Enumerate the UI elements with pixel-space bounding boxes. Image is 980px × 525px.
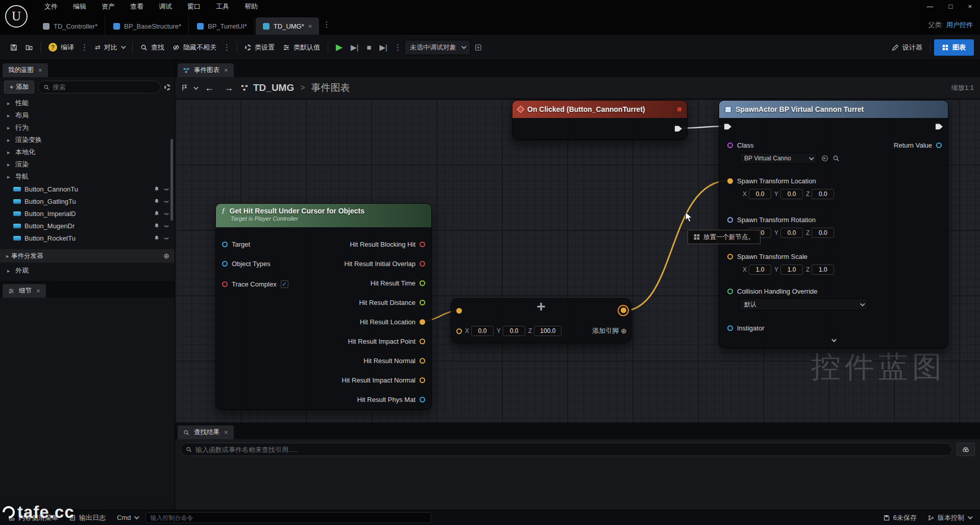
exec-output-pin[interactable]: [936, 123, 943, 130]
add-dispatcher-icon[interactable]: ⊕: [163, 252, 169, 260]
bell-icon[interactable]: [154, 235, 160, 241]
location-z-field[interactable]: 0.0: [812, 189, 834, 199]
debug-object-dropdown[interactable]: 未选中调试对象: [404, 40, 471, 55]
instigator-pin[interactable]: [727, 325, 733, 331]
forward-button[interactable]: →: [222, 83, 236, 93]
category-row[interactable]: ▸渲染变换: [0, 134, 175, 146]
hit-location-pin[interactable]: [420, 319, 425, 325]
variable-row[interactable]: Button_ImperialD: [0, 207, 175, 220]
bell-icon[interactable]: [154, 186, 160, 192]
compile-options-icon[interactable]: ⋮: [78, 43, 91, 52]
exec-input-pin[interactable]: [724, 123, 731, 130]
menu-tools[interactable]: 工具: [208, 2, 237, 11]
category-row[interactable]: ▸导航: [0, 171, 175, 183]
frame-skip-button[interactable]: ▶|: [347, 40, 362, 55]
menu-edit[interactable]: 编辑: [65, 2, 94, 11]
rotation-z-field[interactable]: 0.0: [812, 228, 834, 238]
debug-filter-button[interactable]: [471, 41, 486, 54]
close-tab-icon[interactable]: ×: [224, 428, 228, 436]
designer-mode-button[interactable]: 设计器: [888, 40, 926, 55]
node-get-hit-result[interactable]: ƒ Get Hit Result Under Cursor for Object…: [215, 203, 432, 410]
stop-button[interactable]: ■: [362, 40, 375, 54]
scrollbar[interactable]: [170, 139, 173, 221]
asset-tab-bp-turretui[interactable]: BP_TurretUI*: [190, 17, 255, 35]
breadcrumb-root[interactable]: TD_UMG: [253, 82, 294, 93]
blocking-hit-pin[interactable]: [420, 242, 425, 247]
asset-tab-td-umg[interactable]: TD_UMG* ×: [256, 17, 320, 35]
node-spawn-actor[interactable]: SpawnActor BP Virtual Cannon Turret Clas…: [719, 100, 948, 348]
rotation-pin[interactable]: [727, 217, 733, 223]
blueprint-search-input[interactable]: [53, 84, 155, 91]
bookmark-icon[interactable]: [181, 84, 188, 91]
variable-row[interactable]: Button_CannonTu: [0, 183, 175, 195]
collision-dropdown[interactable]: 默认: [740, 298, 868, 311]
parent-class-link[interactable]: 用户控件: [946, 20, 973, 30]
cmd-dropdown[interactable]: Cmd: [113, 514, 141, 521]
add-input-a-pin[interactable]: [456, 308, 462, 314]
variable-row[interactable]: Button_MugenDr: [0, 220, 175, 232]
close-tab-icon[interactable]: ×: [308, 22, 312, 30]
class-dropdown[interactable]: BP Virtual Canno: [740, 153, 817, 164]
eye-closed-icon[interactable]: [163, 223, 169, 229]
add-member-button[interactable]: + 添加: [4, 81, 34, 93]
category-row[interactable]: ▸布局: [0, 109, 175, 122]
category-row[interactable]: ▸渲染: [0, 158, 175, 171]
save-button[interactable]: [6, 41, 21, 54]
menu-asset[interactable]: 资产: [94, 2, 122, 11]
scale-y-field[interactable]: 1.0: [780, 265, 803, 275]
hit-normal-pin[interactable]: [420, 358, 425, 364]
asset-tab-td-controller[interactable]: TD_Controller*: [36, 17, 105, 35]
location-x-field[interactable]: 0.0: [749, 189, 771, 199]
breadcrumb-current[interactable]: 事件图表: [311, 81, 350, 94]
browse-icon[interactable]: [832, 155, 840, 162]
scale-x-field[interactable]: 1.0: [749, 265, 771, 275]
category-row-appearance[interactable]: ▸ 外观: [0, 265, 175, 277]
variable-row[interactable]: Button_RocketTu: [0, 232, 175, 244]
variable-row[interactable]: Button_GatlingTu: [0, 195, 175, 207]
find-results-search-input[interactable]: [195, 446, 947, 454]
category-row[interactable]: ▸性能: [0, 97, 175, 109]
add-x-field[interactable]: 0.0: [471, 326, 494, 336]
trace-complex-pin[interactable]: [222, 281, 228, 287]
close-tab-icon[interactable]: ×: [224, 66, 228, 74]
class-pin[interactable]: [727, 142, 733, 148]
trace-complex-checkbox[interactable]: ✓: [281, 280, 288, 288]
window-close-button[interactable]: ×: [968, 3, 972, 10]
menu-help[interactable]: 帮助: [237, 2, 265, 11]
eject-button[interactable]: ▶|: [375, 40, 391, 55]
target-pin[interactable]: [222, 242, 228, 247]
location-y-field[interactable]: 0.0: [780, 189, 803, 199]
eye-closed-icon[interactable]: [163, 210, 169, 217]
node-add-vector[interactable]: + X0.0 Y0.0 Z100.0 添加引脚 ⊕: [451, 298, 631, 343]
menu-view[interactable]: 查看: [122, 2, 151, 11]
scale-z-field[interactable]: 1.0: [812, 265, 834, 275]
impact-point-pin[interactable]: [420, 339, 425, 344]
menu-file[interactable]: 文件: [37, 2, 65, 11]
tab-find-results[interactable]: 查找结果 ×: [178, 425, 234, 439]
console-input[interactable]: [150, 514, 427, 521]
eye-closed-icon[interactable]: [163, 186, 169, 192]
asset-tab-bp-basestructure[interactable]: BP_BaseStructure*: [106, 17, 189, 35]
tab-my-blueprint[interactable]: 我的蓝图 ×: [3, 63, 48, 77]
back-button[interactable]: ←: [202, 83, 216, 93]
class-defaults-button[interactable]: 类默认值: [279, 40, 324, 55]
eye-closed-icon[interactable]: [163, 235, 169, 241]
menu-window[interactable]: 窗口: [180, 2, 208, 11]
chevron-down-icon[interactable]: [193, 85, 199, 90]
tab-event-graph[interactable]: 事件图表 ×: [178, 63, 234, 77]
expand-advanced-icon[interactable]: [831, 337, 837, 342]
add-y-field[interactable]: 0.0: [503, 326, 525, 336]
hide-unrelated-options-icon[interactable]: ⋮: [220, 43, 233, 52]
play-options-icon[interactable]: ⋮: [391, 43, 404, 52]
close-tab-icon[interactable]: ×: [36, 287, 40, 295]
phys-mat-pin[interactable]: [420, 397, 425, 402]
hit-distance-pin[interactable]: [420, 300, 425, 305]
object-types-pin[interactable]: [222, 261, 228, 267]
impact-normal-pin[interactable]: [420, 377, 425, 383]
add-input-b-pin[interactable]: [456, 328, 462, 334]
node-on-clicked[interactable]: On Clicked (Button_CannonTurret): [512, 100, 688, 140]
graph-viewport[interactable]: 控件蓝图 On Clicked (Button_CannonTurret) Sp…: [175, 99, 980, 422]
unsaved-button[interactable]: 6未保存: [880, 513, 920, 522]
find-button[interactable]: 查找: [136, 40, 168, 55]
graph-mode-button[interactable]: 图表: [934, 39, 974, 56]
